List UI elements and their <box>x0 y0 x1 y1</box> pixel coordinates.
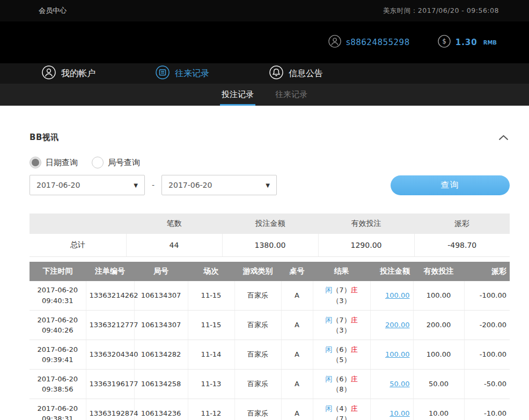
col-header-time: 下注时间 <box>30 262 86 281</box>
round-cell: 106134258 <box>134 370 188 399</box>
game-cell: 百家乐 <box>234 340 281 370</box>
summary-header-blank <box>30 213 126 234</box>
bet-table-header-row: 下注时间 注单编号 局号 场次 游戏类别 桌号 结果 投注金额 有效投注 派彩 <box>30 262 510 281</box>
filter-row: 2017-06-20 ▼ - 2017-06-20 ▼ 查询 <box>30 175 510 195</box>
bet-amount-cell: 50.00 <box>370 370 413 399</box>
table-no-cell: A <box>281 399 313 420</box>
bet-time-cell: 2017-06-20 09:38:56 <box>30 370 86 399</box>
radio-circle-icon <box>92 157 104 168</box>
nav-item-transactions[interactable]: 往来记录 <box>156 65 209 82</box>
result-cell: 闲（7）庄（3） <box>313 311 370 340</box>
nav-item-label: 信息公告 <box>289 68 323 79</box>
bet-amount-link[interactable]: 200.00 <box>385 321 410 329</box>
balance-amount: 1.30 <box>455 38 477 47</box>
game-cell: 百家乐 <box>234 370 281 399</box>
svg-text:$: $ <box>442 38 446 45</box>
date-range-separator: - <box>152 181 155 189</box>
valid-bet-cell: 10.00 <box>413 399 464 420</box>
table-no-cell: A <box>281 340 313 370</box>
section-header: BB视讯 <box>30 132 510 143</box>
table-no-cell: A <box>281 370 313 399</box>
summary-header-payout: 派彩 <box>414 213 510 234</box>
bet-time-cell: 2017-06-20 09:40:26 <box>30 311 86 340</box>
member-center-link[interactable]: 会员中心 <box>39 6 67 16</box>
bet-table-body: 2017-06-20 09:40:31 13363214262 10613430… <box>30 281 510 420</box>
header: s88624855298 $ 1.30 RMB <box>0 21 529 63</box>
bet-time-cell: 2017-06-20 09:39:41 <box>30 340 86 370</box>
radio-round-query[interactable]: 局号查询 <box>92 157 140 168</box>
query-button[interactable]: 查询 <box>391 175 510 195</box>
summary-count-value: 44 <box>126 234 222 256</box>
bet-table: 下注时间 注单编号 局号 场次 游戏类别 桌号 结果 投注金额 有效投注 派彩 … <box>30 262 510 420</box>
bet-amount-link[interactable]: 10.00 <box>390 409 409 417</box>
table-no-cell: A <box>281 281 313 311</box>
radio-label: 日期查询 <box>46 158 78 168</box>
payout-cell: -100.00 <box>464 281 510 311</box>
banker-label: 庄 <box>351 404 358 412</box>
summary-bet-value: 1380.00 <box>222 234 318 256</box>
bet-id-cell: 13363212777 <box>86 311 134 340</box>
result-cell: 闲（6）庄（5） <box>313 340 370 370</box>
main-content: BB视讯 日期查询 局号查询 2017-06-20 ▼ - 2017-06-20… <box>0 106 529 420</box>
player-score: （7） <box>332 316 350 324</box>
query-mode-radios: 日期查询 局号查询 <box>30 157 510 168</box>
date-from-select[interactable]: 2017-06-20 ▼ <box>30 175 145 195</box>
session-cell: 11-13 <box>188 370 234 399</box>
summary-payout-value: -498.70 <box>414 234 510 256</box>
tab-transaction-records[interactable]: 往来记录 <box>274 84 309 106</box>
section-title: BB视讯 <box>30 132 59 143</box>
player-label: 闲 <box>325 345 332 353</box>
nav-item-my-account[interactable]: 我的帐户 <box>42 65 95 82</box>
bet-amount-link[interactable]: 50.00 <box>390 380 409 388</box>
bet-amount-cell: 10.00 <box>370 399 413 420</box>
result-cell: 闲（6）庄（8） <box>313 370 370 399</box>
banker-label: 庄 <box>351 286 358 294</box>
session-cell: 11-12 <box>188 399 234 420</box>
bet-id-cell: 13363196177 <box>86 370 134 399</box>
col-header-bet-id: 注单编号 <box>86 262 134 281</box>
banker-score: （3） <box>332 326 350 334</box>
player-score: （4） <box>332 404 350 412</box>
col-header-bet: 投注金额 <box>370 262 413 281</box>
result-cell: 闲（4）庄（7） <box>313 399 370 420</box>
round-cell: 106134282 <box>134 340 188 370</box>
bet-amount-cell: 100.00 <box>370 340 413 370</box>
table-no-cell: A <box>281 311 313 340</box>
col-header-payout: 派彩 <box>464 262 510 281</box>
bet-amount-link[interactable]: 100.00 <box>385 291 410 299</box>
record-icon <box>156 65 170 82</box>
summary-header-row: 笔数 投注金额 有效投注 派彩 <box>30 213 510 234</box>
game-cell: 百家乐 <box>234 281 281 311</box>
user-icon <box>328 35 341 50</box>
date-from-value: 2017-06-20 <box>36 181 80 189</box>
table-row: 2017-06-20 09:40:26 13363212777 10613430… <box>30 311 510 340</box>
session-cell: 11-15 <box>188 281 234 311</box>
server-time-label: 美东时间：2017/06/20 - 09:56:08 <box>383 6 499 16</box>
topbar: 会员中心 美东时间：2017/06/20 - 09:56:08 <box>0 0 529 21</box>
person-icon <box>42 65 56 82</box>
bet-amount-link[interactable]: 100.00 <box>385 350 410 358</box>
currency-label: RMB <box>483 40 497 46</box>
radio-date-query[interactable]: 日期查询 <box>30 157 78 168</box>
balance-info: $ 1.30 RMB <box>438 35 497 50</box>
nav-item-announcements[interactable]: 信息公告 <box>269 65 323 82</box>
col-header-game: 游戏类别 <box>234 262 281 281</box>
dollar-icon: $ <box>438 35 451 50</box>
game-cell: 百家乐 <box>234 311 281 340</box>
collapse-chevron-up-icon[interactable] <box>497 134 510 142</box>
date-to-select[interactable]: 2017-06-20 ▼ <box>161 175 277 195</box>
tab-bet-records[interactable]: 投注记录 <box>220 84 255 106</box>
round-cell: 106134307 <box>134 311 188 340</box>
banker-label: 庄 <box>351 316 358 324</box>
summary-table: 笔数 投注金额 有效投注 派彩 总计 44 1380.00 1290.00 -4… <box>30 213 510 257</box>
radio-circle-icon <box>30 157 41 168</box>
username-label: s88624855298 <box>346 38 410 47</box>
table-row: 2017-06-20 09:39:41 13363204340 10613428… <box>30 340 510 370</box>
round-cell: 106134236 <box>134 399 188 420</box>
banker-label: 庄 <box>351 375 358 383</box>
nav-item-label: 往来记录 <box>175 68 209 79</box>
col-header-table-no: 桌号 <box>281 262 313 281</box>
chevron-down-icon: ▼ <box>134 182 138 188</box>
bet-time-cell: 2017-06-20 09:40:31 <box>30 281 86 311</box>
player-label: 闲 <box>325 404 332 412</box>
